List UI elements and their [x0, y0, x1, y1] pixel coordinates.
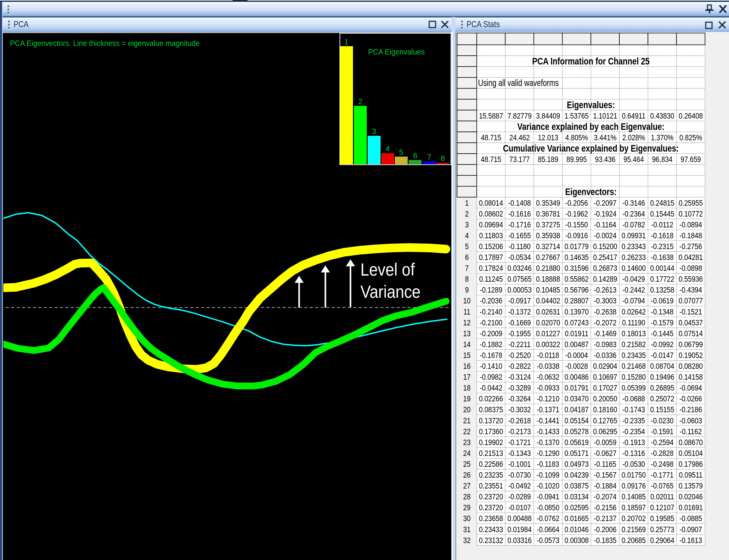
- svg-text:-0.1618: -0.1618: [651, 231, 674, 240]
- svg-text:0.18597: 0.18597: [622, 503, 646, 512]
- svg-text:-0.0627: -0.0627: [594, 448, 617, 458]
- svg-text:0.06295: 0.06295: [593, 427, 617, 436]
- svg-text:0.31596: 0.31596: [565, 263, 589, 272]
- svg-text:0.12765: 0.12765: [593, 416, 617, 425]
- svg-text:-0.0694: -0.0694: [679, 383, 702, 392]
- svg-text:Level of: Level of: [360, 260, 415, 279]
- svg-text:26: 26: [463, 470, 471, 479]
- svg-text:0.11190: 0.11190: [622, 318, 645, 327]
- svg-text:2.028%: 2.028%: [622, 133, 645, 142]
- svg-text:-0.2036: -0.2036: [480, 296, 502, 305]
- svg-text:Cumulative Variance explained: Cumulative Variance explained by Eigenva…: [503, 143, 679, 154]
- svg-text:-0.2828: -0.2828: [651, 448, 674, 458]
- svg-text:-0.2315: -0.2315: [651, 242, 674, 251]
- svg-text:18: 18: [463, 383, 471, 392]
- svg-text:-0.1771: -0.1771: [651, 470, 674, 479]
- svg-text:-0.0933: -0.0933: [537, 383, 559, 392]
- svg-text:0.17722: 0.17722: [650, 274, 674, 283]
- svg-text:-0.0907: -0.0907: [679, 525, 702, 534]
- svg-text:0.23658: 0.23658: [479, 514, 503, 523]
- svg-text:0.21582: 0.21582: [622, 340, 646, 349]
- svg-text:-0.1613: -0.1613: [679, 536, 702, 545]
- svg-text:0.08704: 0.08704: [650, 361, 674, 370]
- svg-text:0.02642: 0.02642: [622, 307, 646, 316]
- svg-text:0.07565: 0.07565: [507, 274, 532, 283]
- svg-text:0.02631: 0.02631: [536, 307, 560, 316]
- svg-text:5: 5: [465, 242, 469, 251]
- svg-text:-0.1162: -0.1162: [680, 427, 702, 436]
- svg-text:0.32714: 0.32714: [536, 242, 560, 251]
- svg-text:-0.1316: -0.1316: [622, 448, 645, 458]
- svg-text:-0.1180: -0.1180: [508, 242, 531, 251]
- svg-text:0.17897: 0.17897: [479, 253, 503, 262]
- svg-text:-0.1164: -0.1164: [594, 220, 616, 229]
- svg-text:-0.0885: -0.0885: [679, 514, 702, 523]
- svg-text:0.10772: 0.10772: [679, 209, 703, 218]
- svg-text:0.04239: 0.04239: [565, 470, 589, 479]
- svg-text:25: 25: [463, 459, 471, 468]
- svg-text:-0.3264: -0.3264: [508, 394, 531, 403]
- svg-text:0.00308: 0.00308: [565, 536, 589, 545]
- svg-text:-0.2613: -0.2613: [594, 285, 617, 294]
- svg-text:-0.1521: -0.1521: [679, 307, 702, 316]
- svg-text:-0.1370: -0.1370: [537, 438, 559, 447]
- svg-text:0.14600: 0.14600: [622, 263, 646, 272]
- svg-text:1: 1: [465, 198, 469, 207]
- svg-text:-0.1001: -0.1001: [508, 459, 531, 468]
- svg-text:-0.0794: -0.0794: [622, 296, 645, 305]
- svg-text:0.05154: 0.05154: [565, 416, 589, 425]
- svg-text:-0.1655: -0.1655: [508, 231, 531, 240]
- svg-text:10: 10: [463, 296, 471, 305]
- svg-text:7: 7: [465, 263, 469, 272]
- svg-text:0.15206: 0.15206: [479, 242, 503, 251]
- svg-text:0.36781: 0.36781: [536, 209, 560, 218]
- svg-text:0.05171: 0.05171: [565, 448, 589, 458]
- svg-text:73.177: 73.177: [509, 155, 530, 164]
- svg-text:Eigenvectors:: Eigenvectors:: [565, 186, 617, 197]
- svg-text:-0.1441: -0.1441: [537, 416, 559, 425]
- svg-text:-0.1955: -0.1955: [508, 329, 531, 338]
- svg-text:0.26408: 0.26408: [679, 111, 703, 120]
- svg-text:-0.2520: -0.2520: [508, 350, 531, 360]
- svg-text:96.834: 96.834: [652, 155, 672, 164]
- svg-text:-0.0983: -0.0983: [594, 340, 617, 349]
- svg-text:0.03134: 0.03134: [565, 492, 589, 501]
- svg-text:-0.2498: -0.2498: [651, 459, 674, 468]
- svg-text:-0.2100: -0.2100: [480, 318, 502, 327]
- svg-text:0.25072: 0.25072: [650, 394, 674, 403]
- svg-text:8: 8: [465, 274, 469, 283]
- svg-text:0.09176: 0.09176: [622, 481, 646, 490]
- svg-text:0.03246: 0.03246: [507, 263, 532, 272]
- svg-text:PCA Information for Channel 25: PCA Information for Channel 25: [532, 56, 650, 67]
- svg-text:-0.0982: -0.0982: [480, 372, 502, 381]
- svg-text:7: 7: [427, 153, 431, 161]
- svg-text:0.00487: 0.00487: [565, 340, 589, 349]
- svg-text:0.03470: 0.03470: [565, 394, 589, 403]
- svg-text:-0.0429: -0.0429: [622, 274, 645, 283]
- svg-text:0.03875: 0.03875: [565, 481, 589, 490]
- svg-text:-0.0894: -0.0894: [679, 220, 702, 229]
- svg-text:0.13579: 0.13579: [679, 481, 703, 490]
- svg-text:-0.1410: -0.1410: [480, 361, 502, 370]
- svg-text:0.05399: 0.05399: [622, 383, 646, 392]
- svg-text:0.25773: 0.25773: [650, 525, 674, 534]
- svg-text:0.08280: 0.08280: [679, 361, 703, 370]
- svg-text:0.02046: 0.02046: [679, 492, 703, 501]
- svg-text:0.02070: 0.02070: [536, 318, 560, 327]
- svg-text:0.19902: 0.19902: [479, 438, 503, 447]
- svg-text:0.23235: 0.23235: [479, 470, 503, 479]
- svg-text:-0.1591: -0.1591: [651, 427, 674, 436]
- svg-text:4.805%: 4.805%: [565, 133, 588, 142]
- svg-text:Variance: Variance: [360, 282, 421, 302]
- svg-text:-0.1848: -0.1848: [679, 231, 702, 240]
- svg-text:0.04402: 0.04402: [536, 296, 560, 305]
- svg-text:-0.0004: -0.0004: [565, 350, 588, 360]
- svg-text:0.22586: 0.22586: [479, 459, 503, 468]
- svg-text:-0.2756: -0.2756: [679, 242, 702, 251]
- svg-text:0.19052: 0.19052: [679, 350, 703, 360]
- svg-text:0.04973: 0.04973: [565, 459, 589, 468]
- svg-text:20: 20: [463, 405, 471, 414]
- svg-text:-0.1372: -0.1372: [508, 307, 531, 316]
- svg-text:28: 28: [463, 492, 471, 501]
- svg-text:-0.1669: -0.1669: [508, 318, 531, 327]
